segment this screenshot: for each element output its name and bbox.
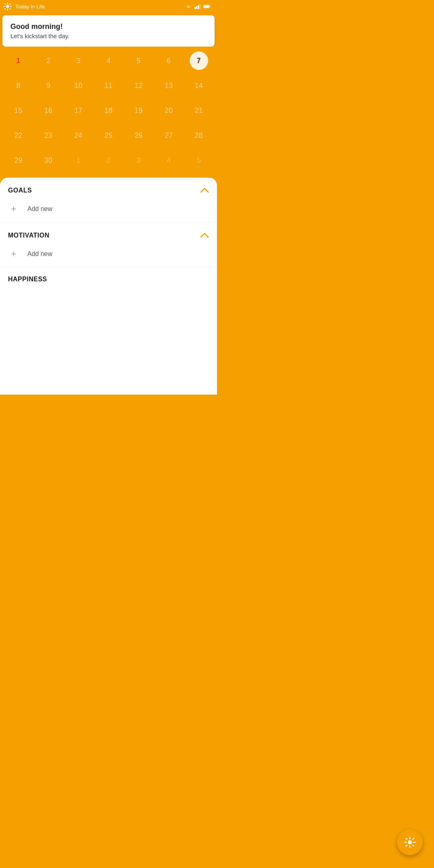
calendar-day-22[interactable]: 22 bbox=[3, 126, 33, 145]
calendar-day-3[interactable]: 3 bbox=[63, 51, 94, 70]
calendar-day-12[interactable]: 12 bbox=[123, 76, 154, 95]
goals-section: GOALS + Add new bbox=[0, 178, 217, 223]
wifi-icon bbox=[185, 4, 192, 9]
calendar-day-8[interactable]: 8 bbox=[3, 76, 33, 95]
calendar-day-25[interactable]: 25 bbox=[94, 126, 124, 145]
calendar-day-23[interactable]: 23 bbox=[33, 126, 63, 145]
goals-add-new-label: Add new bbox=[27, 205, 52, 213]
greeting-subtitle: Let's kickstart the day. bbox=[10, 33, 207, 39]
calendar-day-4[interactable]: 4 bbox=[94, 51, 124, 70]
app-title: Today In Life bbox=[15, 4, 45, 10]
calendar-day-20[interactable]: 20 bbox=[154, 101, 184, 120]
motivation-add-new-button[interactable]: + Add new bbox=[8, 243, 209, 267]
svg-line-8 bbox=[5, 8, 6, 9]
calendar-grid: 1 2 3 4 5 6 7 8 9 10 11 12 13 14 15 16 1… bbox=[3, 51, 214, 170]
svg-rect-14 bbox=[204, 5, 209, 7]
calendar-day-next-2[interactable]: 2 bbox=[94, 151, 124, 170]
motivation-add-new-label: Add new bbox=[27, 250, 52, 258]
motivation-chevron-icon[interactable] bbox=[200, 231, 209, 240]
motivation-title: MOTIVATION bbox=[8, 232, 49, 239]
svg-rect-10 bbox=[196, 6, 197, 9]
calendar-day-14[interactable]: 14 bbox=[184, 76, 214, 95]
svg-point-0 bbox=[6, 5, 9, 8]
calendar-day-6[interactable]: 6 bbox=[154, 51, 184, 70]
svg-rect-12 bbox=[199, 4, 201, 9]
status-bar-right bbox=[185, 4, 211, 9]
calendar-area: 1 2 3 4 5 6 7 8 9 10 11 12 13 14 15 16 1… bbox=[0, 47, 217, 178]
signal-icon bbox=[194, 4, 201, 9]
greeting-title: Good morning! bbox=[10, 23, 207, 31]
calendar-day-5[interactable]: 5 bbox=[123, 51, 154, 70]
calendar-day-30[interactable]: 30 bbox=[33, 151, 63, 170]
happiness-title: HAPPINESS bbox=[8, 276, 47, 283]
status-bar: Today In Life bbox=[0, 0, 217, 13]
happiness-section: HAPPINESS bbox=[0, 268, 217, 283]
bottom-card: GOALS + Add new MOTIVATION + Add new bbox=[0, 178, 217, 395]
goals-chevron-icon[interactable] bbox=[200, 186, 209, 195]
greeting-card: Good morning! Let's kickstart the day. bbox=[2, 15, 215, 47]
calendar-day-1[interactable]: 1 bbox=[3, 51, 33, 70]
calendar-day-27[interactable]: 27 bbox=[154, 126, 184, 145]
battery-icon bbox=[203, 4, 211, 9]
calendar-day-16[interactable]: 16 bbox=[33, 101, 63, 120]
goals-plus-icon: + bbox=[8, 204, 19, 214]
svg-line-6 bbox=[10, 8, 10, 9]
calendar-day-next-3[interactable]: 3 bbox=[123, 151, 154, 170]
goals-add-new-button[interactable]: + Add new bbox=[8, 198, 209, 222]
calendar-day-15[interactable]: 15 bbox=[3, 101, 33, 120]
calendar-day-17[interactable]: 17 bbox=[63, 101, 94, 120]
calendar-day-9[interactable]: 9 bbox=[33, 76, 63, 95]
calendar-day-26[interactable]: 26 bbox=[123, 126, 154, 145]
svg-rect-9 bbox=[194, 7, 196, 9]
calendar-day-13[interactable]: 13 bbox=[154, 76, 184, 95]
calendar-day-21[interactable]: 21 bbox=[184, 101, 214, 120]
motivation-section-header: MOTIVATION bbox=[8, 223, 209, 243]
calendar-day-next-5[interactable]: 5 bbox=[184, 151, 214, 170]
calendar-day-next-1[interactable]: 1 bbox=[63, 151, 94, 170]
svg-line-7 bbox=[10, 4, 10, 4]
calendar-day-28[interactable]: 28 bbox=[184, 126, 214, 145]
calendar-day-11[interactable]: 11 bbox=[94, 76, 124, 95]
goals-section-header: GOALS bbox=[8, 178, 209, 198]
calendar-day-18[interactable]: 18 bbox=[94, 101, 124, 120]
svg-line-5 bbox=[5, 4, 6, 4]
motivation-section: MOTIVATION + Add new bbox=[0, 223, 217, 268]
svg-rect-15 bbox=[209, 6, 210, 7]
goals-title: GOALS bbox=[8, 187, 32, 194]
calendar-day-next-4[interactable]: 4 bbox=[154, 151, 184, 170]
svg-rect-11 bbox=[198, 5, 199, 9]
sun-status-icon bbox=[3, 2, 12, 11]
calendar-day-24[interactable]: 24 bbox=[63, 126, 94, 145]
motivation-plus-icon: + bbox=[8, 249, 19, 259]
calendar-day-7-today[interactable]: 7 bbox=[190, 51, 208, 70]
calendar-day-29[interactable]: 29 bbox=[3, 151, 33, 170]
calendar-day-10[interactable]: 10 bbox=[63, 76, 94, 95]
status-bar-left: Today In Life bbox=[3, 2, 45, 11]
calendar-day-19[interactable]: 19 bbox=[123, 101, 154, 120]
calendar-day-2[interactable]: 2 bbox=[33, 51, 63, 70]
